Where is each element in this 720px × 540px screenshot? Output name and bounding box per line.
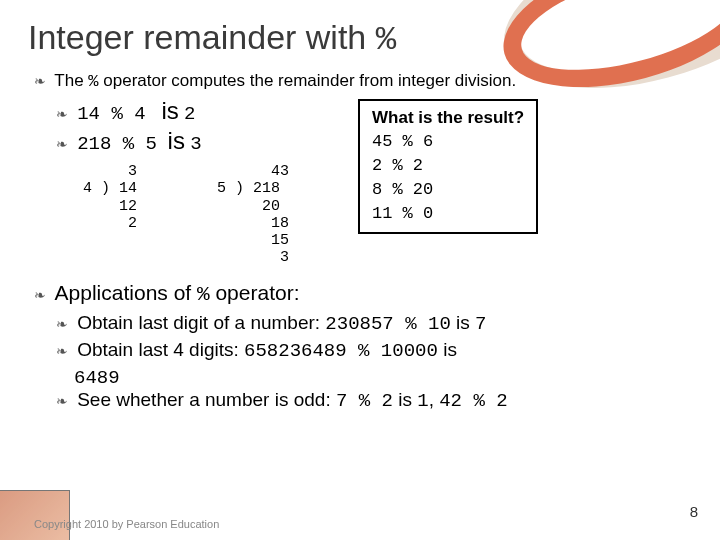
app1-pre: Obtain last digit of a number:: [77, 312, 325, 333]
applications-heading: Applications of % operator:: [34, 281, 692, 306]
apps-post: operator:: [210, 281, 300, 304]
app2-is: is: [438, 339, 457, 360]
quiz-question: What is the result?: [372, 108, 524, 127]
app3-r1: 1: [417, 390, 428, 412]
app3-is1: is: [393, 389, 417, 410]
long-division-2: 43 5 ) 218 20 18 15 3: [217, 163, 289, 267]
app3-e1: 7 % 2: [336, 390, 393, 412]
quiz-line-3: 8 % 20: [372, 180, 433, 199]
long-division-1: 3 4 ) 14 12 2: [83, 163, 137, 267]
ex1-expr: 14 % 4: [77, 103, 145, 125]
title-operator: %: [376, 21, 396, 59]
app-last-4-digits: Obtain last 4 digits: 658236489 % 10000 …: [56, 339, 692, 362]
intro-post: operator computes the remainder from int…: [99, 71, 517, 90]
example-2: 218 % 5 is 3: [56, 127, 328, 155]
app1-res: 7: [475, 313, 486, 335]
app1-is: is: [451, 312, 475, 333]
page-number: 8: [690, 503, 698, 520]
app-odd-check: See whether a number is odd: 7 % 2 is 1,…: [56, 389, 692, 412]
intro-op: %: [88, 72, 98, 91]
quiz-box: What is the result? 45 % 6 2 % 2 8 % 20 …: [358, 99, 538, 234]
app3-e2: 42 % 2: [439, 390, 507, 412]
app2-result-line: 6489: [74, 366, 692, 389]
quiz-line-4: 11 % 0: [372, 204, 433, 223]
quiz-line-2: 2 % 2: [372, 156, 423, 175]
app2-expr: 658236489 % 10000: [244, 340, 438, 362]
ex2-is: is: [168, 127, 185, 154]
app1-expr: 230857 % 10: [325, 313, 450, 335]
decorative-corner: [0, 490, 70, 540]
app3-sep: ,: [429, 389, 440, 410]
ex1-res: 2: [184, 103, 195, 125]
copyright-text: Copyright 2010 by Pearson Education: [34, 518, 219, 530]
ex1-is: is: [161, 97, 178, 124]
ex2-expr: 218 % 5: [77, 133, 157, 155]
apps-op: %: [197, 283, 210, 306]
quiz-line-1: 45 % 6: [372, 132, 433, 151]
intro-bullet: The % operator computes the remainder fr…: [34, 71, 692, 91]
page-title: Integer remainder with %: [28, 18, 692, 59]
title-text: Integer remainder with: [28, 18, 376, 56]
intro-pre: The: [54, 71, 88, 90]
ex2-res: 3: [190, 133, 201, 155]
app-last-digit: Obtain last digit of a number: 230857 % …: [56, 312, 692, 335]
apps-pre: Applications of: [55, 281, 197, 304]
app3-pre: See whether a number is odd:: [77, 389, 336, 410]
app2-res: 6489: [74, 367, 120, 389]
example-1: 14 % 4 is 2: [56, 97, 328, 125]
app2-pre: Obtain last 4 digits:: [77, 339, 244, 360]
